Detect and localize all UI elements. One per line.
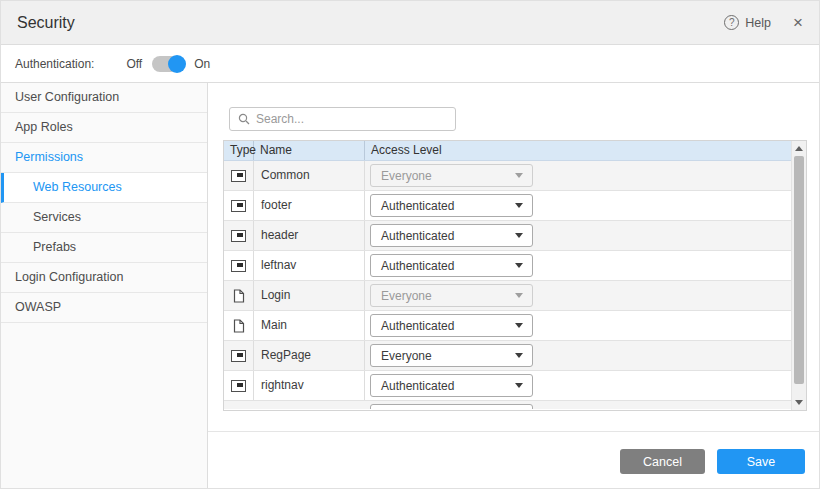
partial-icon: [231, 170, 246, 182]
chevron-down-icon: [515, 263, 523, 268]
sidebar-item-label: Prefabs: [33, 240, 76, 254]
toggle-on-label: On: [194, 57, 210, 71]
type-cell: [224, 281, 254, 310]
table-row[interactable]: Login Everyone: [224, 281, 791, 311]
access-level-dropdown[interactable]: Authenticated: [370, 224, 533, 247]
sidebar-item-label: OWASP: [15, 300, 61, 314]
resource-name: Main: [254, 311, 365, 340]
toggle-knob: [168, 55, 186, 73]
table-row[interactable]: Common Everyone: [224, 161, 791, 191]
resource-name: rightnav: [254, 371, 365, 400]
sidebar-item-label: Web Resources: [33, 180, 122, 194]
sidebar-item-label: App Roles: [15, 120, 73, 134]
sidebar-item-owasp[interactable]: OWASP: [1, 293, 207, 323]
scrollbar-thumb[interactable]: [794, 156, 804, 384]
resource-name: Common: [254, 161, 365, 190]
access-cell: Everyone: [365, 341, 791, 370]
table-header: Type Name Access Level: [224, 141, 791, 161]
chevron-down-icon: [515, 353, 523, 358]
access-level-dropdown[interactable]: Authenticated: [370, 314, 533, 337]
type-cell: [224, 251, 254, 280]
access-level-value: Authenticated: [371, 199, 454, 213]
chevron-down-icon: [515, 203, 523, 208]
save-button[interactable]: Save: [717, 449, 805, 474]
sidebar-item-prefabs[interactable]: Prefabs: [1, 233, 207, 263]
resource-name: RegPage: [254, 341, 365, 370]
partial-icon: [231, 350, 246, 362]
main-panel: Type Name Access Level Common Everyone: [208, 83, 819, 489]
chevron-down-icon: [515, 173, 523, 178]
security-window: Security ? Help × Authentication: Off On…: [0, 0, 820, 489]
type-cell: [224, 191, 254, 220]
vertical-scrollbar[interactable]: [791, 141, 806, 410]
access-level-value: Authenticated: [371, 319, 454, 333]
sidebar-item-web-resources[interactable]: Web Resources: [1, 173, 207, 203]
access-level-dropdown[interactable]: Everyone: [370, 344, 533, 367]
access-level-value: Authenticated: [371, 259, 454, 273]
chevron-down-icon: [515, 323, 523, 328]
access-cell: Everyone: [365, 161, 791, 190]
window-header: Security ? Help ×: [1, 1, 819, 45]
access-level-value: Authenticated: [371, 229, 454, 243]
column-header-name: Name: [254, 141, 365, 160]
toggle-off-label: Off: [126, 57, 142, 71]
close-icon[interactable]: ×: [793, 14, 803, 31]
partial-icon: [231, 380, 246, 392]
search-box: [229, 107, 456, 131]
table-row-partial: [224, 401, 791, 409]
sidebar-item-permissions[interactable]: Permissions: [1, 143, 207, 173]
type-cell: [224, 311, 254, 340]
authentication-toggle[interactable]: [152, 56, 184, 72]
page-title: Security: [17, 14, 75, 32]
help-button[interactable]: ? Help: [724, 15, 771, 30]
access-cell: Authenticated: [365, 371, 791, 400]
header-actions: ? Help ×: [724, 14, 803, 31]
page-icon: [233, 289, 245, 303]
content-area: User Configuration App Roles Permissions…: [1, 83, 819, 489]
column-header-type: Type: [224, 141, 254, 160]
table-content: Type Name Access Level Common Everyone: [224, 141, 791, 410]
table-row[interactable]: footer Authenticated: [224, 191, 791, 221]
type-cell: [224, 341, 254, 370]
search-icon: [238, 113, 250, 125]
sidebar-item-label: User Configuration: [15, 90, 119, 104]
partial-icon: [231, 230, 246, 242]
resource-name: header: [254, 221, 365, 250]
access-level-dropdown[interactable]: Authenticated: [370, 194, 533, 217]
footer-divider: [208, 431, 819, 432]
sidebar-item-services[interactable]: Services: [1, 203, 207, 233]
access-level-value: Everyone: [371, 169, 432, 183]
table-row[interactable]: rightnav Authenticated: [224, 371, 791, 401]
chevron-down-icon: [515, 293, 523, 298]
access-level-dropdown[interactable]: Authenticated: [370, 374, 533, 397]
help-icon: ?: [724, 15, 739, 30]
scroll-down-icon[interactable]: [795, 400, 803, 405]
table-row[interactable]: Main Authenticated: [224, 311, 791, 341]
table-row[interactable]: leftnav Authenticated: [224, 251, 791, 281]
access-level-value: Everyone: [371, 289, 432, 303]
access-level-dropdown[interactable]: Authenticated: [370, 254, 533, 277]
resource-name: leftnav: [254, 251, 365, 280]
access-level-dropdown-partial: [370, 404, 533, 409]
sidebar-item-app-roles[interactable]: App Roles: [1, 113, 207, 143]
table-row[interactable]: header Authenticated: [224, 221, 791, 251]
cancel-button[interactable]: Cancel: [620, 449, 705, 474]
type-cell: [224, 371, 254, 400]
search-input[interactable]: [256, 112, 447, 126]
type-cell: [224, 221, 254, 250]
column-header-access-level: Access Level: [365, 141, 791, 160]
authentication-label: Authentication:: [15, 57, 94, 71]
access-cell: Authenticated: [365, 251, 791, 280]
sidebar-item-label: Services: [33, 210, 81, 224]
sidebar-item-label: Permissions: [15, 150, 83, 164]
partial-icon: [231, 200, 246, 212]
help-label: Help: [745, 16, 771, 30]
sidebar-item-login-configuration[interactable]: Login Configuration: [1, 263, 207, 293]
scroll-up-icon[interactable]: [795, 146, 803, 151]
permissions-table: Type Name Access Level Common Everyone: [223, 140, 807, 411]
access-cell: Everyone: [365, 281, 791, 310]
table-body: Common Everyone footer Authenticated: [224, 161, 791, 410]
access-cell: Authenticated: [365, 311, 791, 340]
sidebar-item-user-configuration[interactable]: User Configuration: [1, 83, 207, 113]
table-row[interactable]: RegPage Everyone: [224, 341, 791, 371]
